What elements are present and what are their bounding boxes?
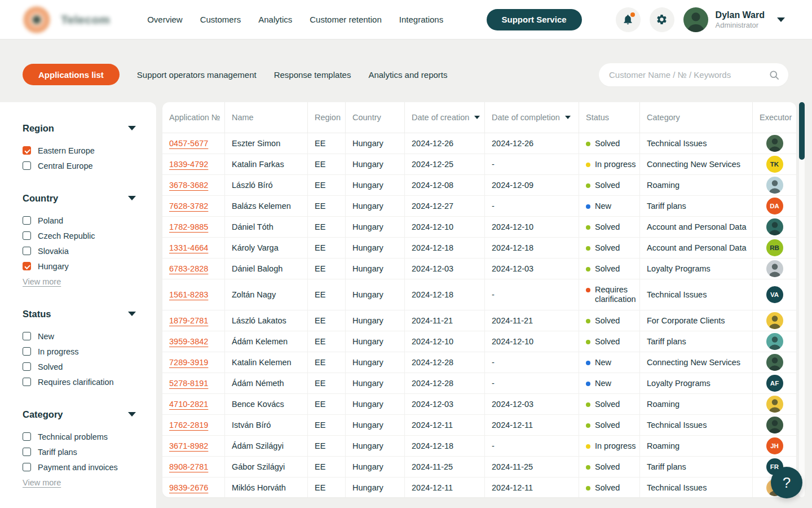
nav-item-analytics[interactable]: Analytics [258,15,292,24]
search-input[interactable] [599,70,769,80]
status-dot-icon [586,340,590,344]
checkbox[interactable] [23,448,31,456]
table-scrollbar-thumb[interactable] [799,102,805,160]
user-avatar[interactable] [683,7,708,32]
filter-section-header[interactable]: Category [23,408,136,421]
application-number-link[interactable]: 1839-4792 [169,160,208,169]
application-number-link[interactable]: 4710-2821 [169,400,208,409]
application-number-link[interactable]: 5278-8191 [169,379,208,388]
filter-checkbox-row[interactable]: In progress [23,344,136,359]
application-number-link[interactable]: 1762-2819 [169,421,208,430]
column-header: Status [579,102,640,133]
status-dot-icon [586,423,590,428]
cell-country: Hungary [346,217,405,237]
application-number-link[interactable]: 6783-2828 [169,264,208,273]
cell-category: Technical Issues [640,133,753,154]
checkbox[interactable] [23,332,31,340]
filter-checkbox-row[interactable]: Poland [23,213,136,228]
executor-photo-avatar [766,218,783,235]
table-row: 6783-2828 Dániel Balogh EE Hungary 2024-… [162,259,796,279]
application-number-link[interactable]: 0457-5677 [169,139,208,148]
collapse-chevron-down-icon[interactable] [128,412,136,417]
tab-response-templates[interactable]: Response templates [274,70,351,80]
collapse-chevron-down-icon[interactable] [128,196,136,200]
cell-executor: DA [753,196,796,216]
executor-photo-avatar [766,135,783,152]
checkbox[interactable] [23,231,31,240]
filter-checkbox-row[interactable]: Eastern Europe [23,143,136,158]
filter-checkbox-row[interactable]: Technical problems [23,429,136,444]
checkbox[interactable] [23,378,31,386]
application-number-link[interactable]: 8908-2781 [169,462,208,471]
application-number-link[interactable]: 1782-9885 [169,222,208,231]
filter-checkbox-row[interactable]: Czech Republic [23,228,136,243]
application-number-link[interactable]: 7289-3919 [169,358,208,367]
filter-section-header[interactable]: Status [23,307,136,321]
cell-category: Technical Issues [640,279,753,310]
filter-checkbox-row[interactable]: Slovakia [23,243,136,259]
checkbox[interactable] [23,262,31,270]
application-number-link[interactable]: 1561-8283 [169,290,208,299]
cell-executor [753,352,796,373]
cell-status: Solved [579,478,640,497]
checkbox[interactable] [23,347,31,356]
support-service-button[interactable]: Support Service [487,9,582,30]
table-row: 3959-3842 Ádám Kelemen EE Hungary 2024-1… [162,331,796,352]
cell-executor: RB [753,238,796,258]
cell-name: Eszter Simon [225,133,308,154]
filter-section-header[interactable]: Country [23,191,136,205]
checkbox[interactable] [23,463,31,471]
application-number-link[interactable]: 7628-3782 [169,202,208,211]
user-menu[interactable]: Dylan Ward Administrator [716,10,765,29]
checkbox[interactable] [23,216,31,225]
application-number-link[interactable]: 9839-2676 [169,483,208,492]
search-icon[interactable] [769,69,780,81]
tab-applications-list[interactable]: Applications list [23,64,120,85]
nav-item-integrations[interactable]: Integrations [399,15,443,24]
application-number-link[interactable]: 3671-8982 [169,441,208,450]
nav-item-customers[interactable]: Customers [200,15,241,24]
nav-item-customer-retention[interactable]: Customer retention [310,15,382,24]
filter-checkbox-row[interactable]: New [23,329,136,344]
collapse-chevron-down-icon[interactable] [128,312,136,316]
table-row: 1839-4792 Katalin Farkas EE Hungary 2024… [162,154,796,175]
collapse-chevron-down-icon[interactable] [128,126,136,130]
notifications-button[interactable] [616,7,641,32]
sort-chevron-down-icon[interactable] [474,116,480,119]
application-number-link[interactable]: 1331-4664 [169,243,208,252]
application-number-link[interactable]: 3678-3682 [169,181,208,190]
tab-support-operators-management[interactable]: Support operators management [137,70,257,80]
user-menu-chevron-down-icon[interactable] [777,17,785,22]
cell-date-of-completion: 2024-12-11 [485,478,579,497]
tab-analytics-and-reports[interactable]: Analytics and reports [368,70,447,80]
cell-name: Bence Kovács [225,394,308,414]
filter-checkbox-row[interactable]: Tariff plans [23,444,136,459]
settings-button[interactable] [650,7,674,32]
filter-section-header[interactable]: Region [23,121,136,135]
checkbox[interactable] [23,362,31,371]
view-more-link[interactable]: View more [23,274,136,289]
cell-region: EE [308,352,346,373]
checkbox[interactable] [23,146,31,155]
view-more-link[interactable]: View more [23,475,136,490]
table-row: 0457-5677 Eszter Simon EE Hungary 2024-1… [162,133,796,154]
main-nav: OverviewCustomersAnalyticsCustomer reten… [147,15,443,24]
help-button[interactable]: ? [771,467,802,498]
filter-checkbox-row[interactable]: Solved [23,359,136,374]
table-scrollbar-track[interactable] [799,102,805,497]
checkbox[interactable] [23,247,31,255]
application-number-link[interactable]: 3959-3842 [169,337,208,346]
cell-date-of-completion: - [485,279,579,310]
filter-checkbox-row[interactable]: Central Europe [23,158,136,173]
executor-initials-avatar: VA [766,286,783,303]
table-row: 1331-4664 Károly Varga EE Hungary 2024-1… [162,238,796,259]
filter-checkbox-row[interactable]: Payment and invoices [23,459,136,475]
application-number-link[interactable]: 1879-2781 [169,316,208,325]
checkbox[interactable] [23,432,31,441]
nav-item-overview[interactable]: Overview [147,15,183,24]
sort-chevron-down-icon[interactable] [565,116,571,119]
checkbox[interactable] [23,161,31,170]
filter-checkbox-row[interactable]: Hungary [23,259,136,274]
filter-checkbox-row[interactable]: Requires clarification [23,374,136,389]
executor-photo-avatar [766,260,783,277]
